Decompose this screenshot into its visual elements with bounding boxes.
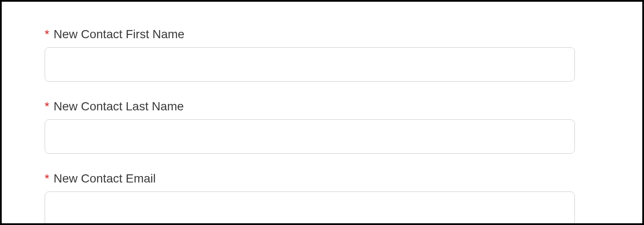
required-asterisk-icon: * [45, 100, 49, 113]
required-asterisk-icon: * [45, 27, 49, 41]
first-name-label: * New Contact First Name [45, 27, 599, 41]
email-label-text: New Contact Email [54, 172, 156, 185]
form-group-email: * New Contact Email [45, 172, 599, 225]
last-name-label-text: New Contact Last Name [54, 100, 184, 113]
required-asterisk-icon: * [45, 172, 49, 185]
form-group-first-name: * New Contact First Name [45, 27, 599, 82]
new-contact-form: * New Contact First Name * New Contact L… [45, 27, 599, 225]
email-input[interactable] [45, 192, 575, 225]
last-name-label: * New Contact Last Name [45, 100, 599, 113]
email-label: * New Contact Email [45, 172, 599, 185]
form-group-last-name: * New Contact Last Name [45, 100, 599, 154]
first-name-label-text: New Contact First Name [54, 27, 185, 41]
last-name-input[interactable] [45, 119, 575, 154]
first-name-input[interactable] [45, 47, 575, 82]
